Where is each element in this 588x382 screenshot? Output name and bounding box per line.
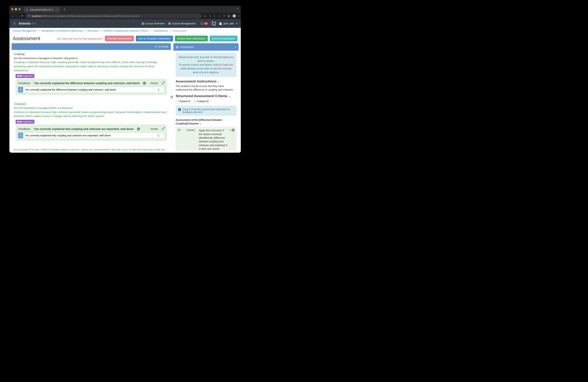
- forward-button[interactable]: →: [16, 15, 19, 18]
- feedback-1-title: You correctly explained the difference b…: [34, 81, 140, 85]
- help-icon[interactable]: ?: [232, 129, 235, 132]
- assess-next-button[interactable]: Assess Next Submission: [175, 36, 208, 41]
- structured-criteria-label: Structured Assessment Criteria: [176, 94, 227, 98]
- nav-notifications[interactable]: 1+: [200, 22, 208, 25]
- side-panel-icon[interactable]: ◧: [228, 15, 230, 17]
- minimize-window-icon[interactable]: [15, 8, 17, 10]
- criterion-desc: Apply this instruction if the student co…: [199, 129, 227, 151]
- feedback-2-points-input[interactable]: [153, 133, 164, 138]
- assessment-instructions-heading[interactable]: Assessment Instructions ⌄: [176, 79, 236, 83]
- expand-all-label: Expand All: [180, 100, 190, 103]
- cohesion-line2[interactable]: Cohesion is important because high cohes…: [14, 110, 169, 118]
- extensions-puzzle-icon[interactable]: ✦: [223, 15, 225, 17]
- nav-course-overview[interactable]: Course Overview: [142, 22, 165, 25]
- coupling-heading[interactable]: Coupling:: [14, 52, 169, 56]
- browser-titlebar: Assessment Editor for Text Ex × + ⌄: [9, 6, 241, 13]
- nav-course-management[interactable]: Course Management: [168, 22, 195, 25]
- help-icon[interactable]: ?: [137, 128, 140, 130]
- artemis-logo-icon[interactable]: [13, 21, 17, 25]
- exercise-dashboard-button[interactable]: Exercise Dashboard: [210, 36, 237, 41]
- structured-criteria-heading[interactable]: Structured Assessment Criteria ⌄: [176, 94, 236, 98]
- favicon-icon: [26, 8, 28, 11]
- example-paragraph[interactable]: An example of ist the L03E02 Facade Patt…: [14, 148, 169, 151]
- feedback-card-1: × Feedback: You correctly explained the …: [16, 79, 167, 95]
- close-tab-icon[interactable]: ×: [57, 8, 58, 11]
- override-assessment-button[interactable]: Override Assessment: [105, 36, 134, 41]
- browser-menu-icon[interactable]: [238, 15, 239, 17]
- crumb-course[interactable]: Introduction to Software Engineering: [42, 29, 82, 32]
- feedback-label: Feedback:: [18, 127, 31, 131]
- cohesion-heading[interactable]: Cohesion:: [14, 102, 27, 105]
- close-window-icon[interactable]: [11, 8, 13, 10]
- bookmark-star-icon[interactable]: ☆: [218, 15, 220, 17]
- instructions-body: Please hover over and click on the text …: [173, 51, 239, 151]
- tab-list-icon[interactable]: ⌄: [236, 7, 239, 11]
- chevron-down-icon: ⌄: [200, 122, 202, 125]
- crumb-current: Assessment: [173, 29, 187, 32]
- collapse-all-button[interactable]: ⤡Collapse All: [193, 99, 210, 103]
- brand-name[interactable]: Artemis: [19, 22, 31, 25]
- feedback-1-points-input[interactable]: [153, 87, 164, 93]
- lock-message: You have the lock for this assessment: [57, 37, 102, 40]
- coupling-line2[interactable]: Coupling is important because high coupl…: [14, 60, 169, 73]
- column-splitter[interactable]: ▌▌: [171, 43, 173, 151]
- instructions-header[interactable]: ▥ Instructions ›: [173, 43, 239, 51]
- criterion-level: Correct: [187, 129, 197, 132]
- crumb-submissions[interactable]: Submissions: [153, 29, 168, 32]
- collapse-icon: ⤡: [195, 100, 197, 103]
- hover-hint-line1: Please hover over and click on the text …: [178, 55, 234, 63]
- close-feedback-icon[interactable]: ×: [164, 80, 165, 84]
- crumb-exercises[interactable]: Exercises: [87, 29, 99, 32]
- page-title: Assessment: [13, 36, 40, 41]
- collapse-all-label: Collapse All: [197, 100, 209, 103]
- profile-avatar-icon[interactable]: [233, 14, 236, 18]
- points-header: 3 / 3 Points: [12, 43, 171, 50]
- criterion-row-correct[interactable]: 1P Correct Apply this instruction if the…: [176, 127, 236, 151]
- crumb-course-management[interactable]: Course Management: [13, 29, 36, 32]
- drag-drop-hint: i Drag & Drop the assessment instruction…: [176, 106, 236, 116]
- grid-icon: [142, 22, 144, 25]
- back-button[interactable]: ←: [11, 15, 14, 18]
- crumb-exercise[interactable]: H04E01 Coupling and Cohesion (SS21): [104, 29, 148, 32]
- nav-user-menu[interactable]: jane_doe ▼: [219, 22, 237, 25]
- instructions-panel: ▥ Instructions › Please hover over and c…: [173, 43, 239, 151]
- info-icon: i: [178, 108, 181, 111]
- address-bar[interactable]: localhost:9000/course-management/1/text-…: [25, 13, 202, 19]
- download-icon[interactable]: ⇩: [209, 15, 211, 17]
- feedback-1-text-input[interactable]: [23, 87, 153, 93]
- breadcrumb: Course Management > Introduction to Soft…: [9, 28, 241, 34]
- expand-all-button[interactable]: ⤢Expand All: [176, 99, 192, 103]
- criterion-title[interactable]: Assessment of the Difference between Cou…: [176, 118, 236, 125]
- criterion-points: 1P: [177, 129, 184, 132]
- use-as-example-button[interactable]: Use as Example Submission: [136, 36, 173, 41]
- browser-tab[interactable]: Assessment Editor for Text Ex ×: [24, 7, 60, 13]
- reload-button[interactable]: ⟳: [21, 14, 23, 18]
- page-header: Assessment You have the lock for this as…: [9, 34, 241, 43]
- feedback-dropdown-toggle[interactable]: ▼: [18, 133, 23, 138]
- url-path: :9000/course-management/1/text-exercises…: [41, 15, 139, 17]
- app-navbar: Artemis 6.6.5 Course Overview Course Man…: [9, 19, 241, 28]
- feedback-dropdown-toggle[interactable]: ▼: [18, 87, 23, 93]
- coupling-line1[interactable]: are the interactions managed in between …: [14, 56, 169, 60]
- maximize-window-icon[interactable]: [19, 8, 21, 10]
- new-tab-button[interactable]: +: [63, 8, 65, 12]
- password-key-icon[interactable]: ⊶: [204, 15, 206, 17]
- feedback-label: Feedback:: [18, 81, 31, 85]
- assessment-instructions-label: Assessment Instructions: [176, 79, 216, 83]
- feedback-2-text-input[interactable]: [23, 133, 153, 138]
- chevron-down-icon: ⌄: [228, 95, 230, 97]
- app-version: 6.6.5: [32, 22, 36, 25]
- submission-body[interactable]: Coupling: are the interactions managed i…: [12, 50, 171, 151]
- suggestion-chip: Suggestion: [16, 74, 34, 78]
- close-feedback-icon[interactable]: ×: [164, 126, 165, 130]
- help-icon[interactable]: ?: [143, 82, 146, 85]
- chevron-right-icon[interactable]: ›: [235, 45, 236, 49]
- cohesion-line1[interactable]: are the interactions managed within a su…: [14, 106, 169, 110]
- site-info-icon[interactable]: [28, 15, 30, 17]
- nav-course-management-label: Course Management: [172, 22, 195, 25]
- theme-toggle-icon[interactable]: [212, 22, 215, 25]
- bell-icon: [200, 22, 203, 25]
- points-score: 3 / 3 Points: [155, 45, 168, 48]
- share-icon[interactable]: ⇧: [214, 15, 216, 17]
- instructions-title: Instructions: [180, 45, 194, 48]
